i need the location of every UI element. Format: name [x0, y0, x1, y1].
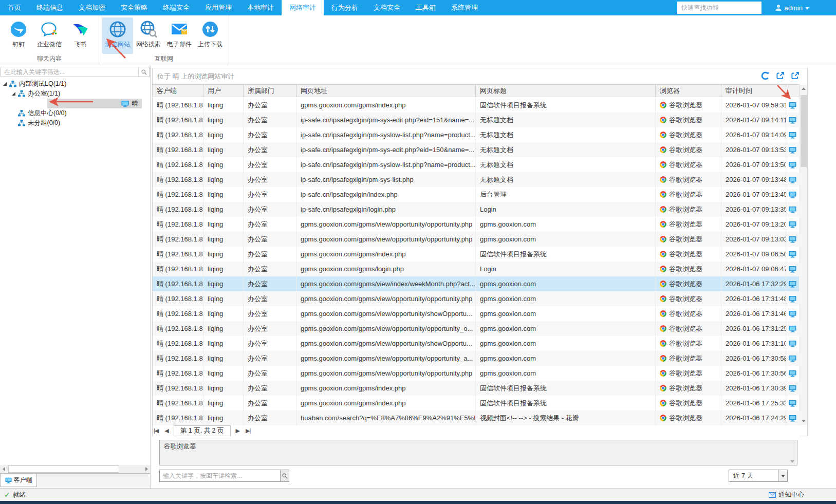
menu-tab-文档安全[interactable]: 文档安全	[366, 0, 408, 15]
table-row[interactable]: 晴 (192.168.1.83)liqing办公室gpms.gooxion.co…	[153, 247, 800, 262]
view-screen-icon[interactable]	[786, 232, 800, 247]
view-screen-icon[interactable]	[786, 113, 800, 127]
view-screen-icon[interactable]	[786, 291, 800, 306]
expander-icon[interactable]	[3, 82, 7, 86]
menu-tab-首页[interactable]: 首页	[0, 0, 29, 15]
scroll-down-icon[interactable]	[800, 417, 807, 425]
column-header-浏览器[interactable]: 浏览器	[656, 85, 721, 97]
view-screen-icon[interactable]	[786, 187, 800, 202]
column-header-审计时间[interactable]: 审计时间	[721, 85, 786, 97]
table-row[interactable]: 晴 (192.168.1.83)liqing办公室gpms.gooxion.co…	[153, 321, 800, 336]
tab-clients[interactable]: 客户端	[0, 474, 37, 487]
keyword-search-input[interactable]	[159, 470, 281, 482]
scroll-right-icon[interactable]	[143, 465, 150, 473]
table-row[interactable]: 晴 (192.168.1.83)liqing办公室gpms.gooxion.co…	[153, 336, 800, 351]
menu-tab-终端安全[interactable]: 终端安全	[155, 0, 197, 15]
scrollbar-thumb[interactable]	[801, 95, 807, 167]
menu-tab-行为分析[interactable]: 行为分析	[324, 0, 366, 15]
refresh-icon[interactable]	[761, 71, 770, 80]
tree-item-内部测试LQ(1/1)[interactable]: 内部测试LQ(1/1)	[0, 79, 150, 89]
view-screen-icon[interactable]	[786, 247, 800, 262]
view-screen-icon[interactable]	[786, 306, 800, 321]
menu-tab-本地审计[interactable]: 本地审计	[239, 0, 282, 15]
view-screen-icon[interactable]	[786, 351, 800, 366]
chevron-down-icon[interactable]	[778, 470, 787, 481]
table-row[interactable]: 晴 (192.168.1.83)liqing办公室gpms.gooxion.co…	[153, 381, 800, 396]
scroll-up-icon[interactable]	[800, 85, 807, 92]
table-row[interactable]: 晴 (192.168.1.83)liqing办公室gpms.gooxion.co…	[153, 306, 800, 321]
tree-filter-input[interactable]	[1, 67, 138, 77]
table-row[interactable]: 晴 (192.168.1.83)liqing办公室gpms.gooxion.co…	[153, 366, 800, 381]
table-row[interactable]: 晴 (192.168.1.83)liqing办公室gpms.gooxion.co…	[153, 351, 800, 366]
detail-textarea[interactable]: 谷歌浏览器	[159, 440, 797, 465]
keyword-search-button[interactable]	[280, 470, 289, 482]
table-row[interactable]: 晴 (192.168.1.83)liqing办公室gpms.gooxion.co…	[153, 276, 800, 291]
first-page-button[interactable]: |◀	[153, 427, 159, 434]
expander-icon[interactable]	[12, 92, 15, 96]
tool-网络搜索[interactable]: 网络搜索	[133, 17, 164, 54]
export-icon[interactable]	[776, 71, 785, 80]
menu-tab-应用管理[interactable]: 应用管理	[197, 0, 239, 15]
column-header-用户[interactable]: 用户	[203, 85, 244, 97]
tool-浏览网站[interactable]: 浏览网站	[102, 17, 133, 54]
menu-tab-终端信息[interactable]: 终端信息	[29, 0, 71, 15]
view-screen-icon[interactable]	[786, 276, 800, 291]
tool-上传下载[interactable]: 上传下载	[195, 17, 226, 54]
table-row[interactable]: 晴 (192.168.1.83)liqing办公室gpms.gooxion.co…	[153, 98, 800, 113]
view-screen-icon[interactable]	[786, 202, 800, 217]
tool-飞书[interactable]: 飞书	[65, 17, 96, 54]
table-row[interactable]: 晴 (192.168.1.83)liqing办公室ip-safe.cn/ipsa…	[153, 142, 800, 157]
user-menu[interactable]: admin	[775, 0, 809, 15]
tree-filter-search-button[interactable]	[138, 67, 149, 77]
tool-企业微信[interactable]: 企业微信	[34, 17, 65, 54]
column-header-网页地址[interactable]: 网页地址	[296, 85, 476, 97]
view-screen-icon[interactable]	[786, 172, 800, 187]
view-screen-icon[interactable]	[786, 157, 800, 172]
column-header-screenshot[interactable]	[786, 85, 800, 97]
table-row[interactable]: 晴 (192.168.1.83)liqing办公室gpms.gooxion.co…	[153, 291, 800, 306]
view-screen-icon[interactable]	[786, 381, 800, 396]
table-vertical-scrollbar[interactable]	[800, 85, 807, 425]
view-screen-icon[interactable]	[786, 262, 800, 276]
menu-tab-安全策略[interactable]: 安全策略	[113, 0, 155, 15]
tree-item-晴[interactable]: 晴	[0, 99, 150, 108]
column-header-网页标题[interactable]: 网页标题	[476, 85, 656, 97]
menu-tab-工具箱[interactable]: 工具箱	[408, 0, 443, 15]
view-screen-icon[interactable]	[786, 127, 800, 142]
menu-tab-系统管理[interactable]: 系统管理	[443, 0, 486, 15]
tree-item-未分组(0/0)[interactable]: 未分组(0/0)	[0, 118, 150, 128]
scrollbar-thumb[interactable]	[8, 465, 119, 473]
tool-电子邮件[interactable]: 电子邮件	[164, 17, 195, 54]
table-row[interactable]: 晴 (192.168.1.83)liqing办公室gpms.gooxion.co…	[153, 217, 800, 232]
prev-page-button[interactable]: ◀	[163, 427, 169, 434]
menu-tab-文档加密[interactable]: 文档加密	[71, 0, 113, 15]
table-row[interactable]: 晴 (192.168.1.83)liqing办公室gpms.gooxion.co…	[153, 232, 800, 247]
table-row[interactable]: 晴 (192.168.1.83)liqing办公室gpms.gooxion.co…	[153, 262, 800, 276]
table-row[interactable]: 晴 (192.168.1.83)liqing办公室huaban.com/sear…	[153, 410, 800, 425]
view-screen-icon[interactable]	[786, 142, 800, 157]
tool-钉钉[interactable]: 钉钉	[3, 17, 34, 54]
table-row[interactable]: 晴 (192.168.1.83)liqing办公室gpms.gooxion.co…	[153, 396, 800, 410]
menu-tab-网络审计[interactable]: 网络审计	[282, 0, 324, 15]
view-screen-icon[interactable]	[786, 410, 800, 425]
column-header-所属部门[interactable]: 所属部门	[244, 85, 296, 97]
view-screen-icon[interactable]	[786, 396, 800, 410]
quick-search-input[interactable]	[677, 2, 761, 14]
tree-item-信息中心(0/0)[interactable]: 信息中心(0/0)	[0, 108, 150, 118]
export-icon[interactable]	[791, 71, 800, 80]
view-screen-icon[interactable]	[786, 217, 800, 232]
last-page-button[interactable]: ▶|	[245, 427, 251, 434]
scroll-left-icon[interactable]	[0, 465, 7, 473]
tree-item-办公室(1/1)[interactable]: 办公室(1/1)	[0, 89, 150, 99]
date-range-select[interactable]: 近 7 天	[729, 470, 788, 482]
view-screen-icon[interactable]	[786, 366, 800, 381]
view-screen-icon[interactable]	[786, 98, 800, 113]
next-page-button[interactable]: ▶	[235, 427, 240, 434]
notification-center[interactable]: 通知中心	[769, 491, 804, 499]
table-row[interactable]: 晴 (192.168.1.83)liqing办公室ip-safe.cn/ipsa…	[153, 127, 800, 142]
table-row[interactable]: 晴 (192.168.1.83)liqing办公室ip-safe.cn/ipsa…	[153, 202, 800, 217]
table-row[interactable]: 晴 (192.168.1.83)liqing办公室ip-safe.cn/ipsa…	[153, 172, 800, 187]
view-screen-icon[interactable]	[786, 321, 800, 336]
column-header-客户端[interactable]: 客户端	[153, 85, 203, 97]
table-row[interactable]: 晴 (192.168.1.83)liqing办公室ip-safe.cn/ipsa…	[153, 157, 800, 172]
